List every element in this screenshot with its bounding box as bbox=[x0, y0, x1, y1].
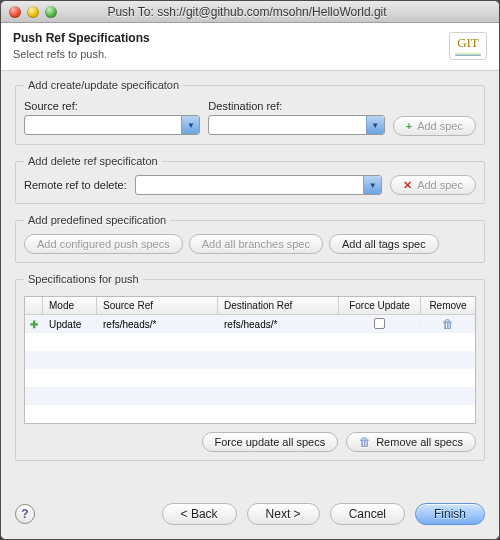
finish-button[interactable]: Finish bbox=[415, 503, 485, 525]
window-controls bbox=[9, 6, 57, 18]
cell-source: refs/heads/* bbox=[97, 319, 218, 330]
col-dest[interactable]: Destination Ref bbox=[218, 297, 339, 314]
section-predefined: Add predefined specification Add configu… bbox=[15, 214, 485, 263]
cell-force[interactable] bbox=[339, 318, 421, 331]
source-ref-combo[interactable]: ▼ bbox=[24, 115, 200, 135]
section-delete: Add delete ref specificaton Remote ref t… bbox=[15, 155, 485, 204]
remote-ref-label: Remote ref to delete: bbox=[24, 179, 127, 191]
dropdown-arrow-icon[interactable]: ▼ bbox=[363, 176, 381, 194]
zoom-window-button[interactable] bbox=[45, 6, 57, 18]
source-ref-label: Source ref: bbox=[24, 100, 200, 112]
remote-ref-input[interactable] bbox=[136, 176, 363, 194]
back-button[interactable]: < Back bbox=[162, 503, 237, 525]
add-create-spec-button[interactable]: + Add spec bbox=[393, 116, 476, 136]
next-button[interactable]: Next > bbox=[247, 503, 320, 525]
plus-icon: ✚ bbox=[30, 319, 38, 330]
dropdown-arrow-icon[interactable]: ▼ bbox=[366, 116, 384, 134]
plus-icon: + bbox=[406, 120, 412, 132]
x-icon: ✕ bbox=[403, 179, 412, 192]
trash-icon: 🗑 bbox=[359, 435, 371, 449]
col-force[interactable]: Force Update bbox=[339, 297, 421, 314]
dialog-window: Push To: ssh://git@github.com/msohn/Hell… bbox=[0, 0, 500, 540]
force-update-all-button[interactable]: Force update all specs bbox=[202, 432, 339, 452]
add-all-tags-button[interactable]: Add all tags spec bbox=[329, 234, 439, 254]
section-predef-legend: Add predefined specification bbox=[24, 214, 170, 226]
remote-ref-combo[interactable]: ▼ bbox=[135, 175, 382, 195]
col-source[interactable]: Source Ref bbox=[97, 297, 218, 314]
page-subtitle: Select refs to push. bbox=[13, 48, 150, 60]
section-create-legend: Add create/update specificaton bbox=[24, 79, 183, 91]
close-window-button[interactable] bbox=[9, 6, 21, 18]
section-specs: Specifications for push Mode Source Ref … bbox=[15, 273, 485, 461]
dest-ref-label: Destination ref: bbox=[208, 100, 384, 112]
wizard-header: Push Ref Specifications Select refs to p… bbox=[1, 23, 499, 71]
table-row[interactable]: ✚ Update refs/heads/* refs/heads/* 🗑 bbox=[25, 315, 475, 333]
add-all-branches-button[interactable]: Add all branches spec bbox=[189, 234, 323, 254]
table-body: ✚ Update refs/heads/* refs/heads/* 🗑 bbox=[25, 315, 475, 423]
add-configured-push-button[interactable]: Add configured push specs bbox=[24, 234, 183, 254]
table-header-row: Mode Source Ref Destination Ref Force Up… bbox=[25, 297, 475, 315]
cell-remove[interactable]: 🗑 bbox=[421, 317, 475, 331]
add-delete-spec-button[interactable]: ✕ Add spec bbox=[390, 175, 476, 195]
window-title: Push To: ssh://git@github.com/msohn/Hell… bbox=[63, 5, 431, 19]
dropdown-arrow-icon[interactable]: ▼ bbox=[181, 116, 199, 134]
dest-ref-input[interactable] bbox=[209, 116, 365, 134]
col-mode[interactable]: Mode bbox=[43, 297, 97, 314]
specs-table: Mode Source Ref Destination Ref Force Up… bbox=[24, 296, 476, 424]
trash-icon[interactable]: 🗑 bbox=[442, 317, 454, 331]
cell-dest: refs/heads/* bbox=[218, 319, 339, 330]
dest-ref-combo[interactable]: ▼ bbox=[208, 115, 384, 135]
force-update-checkbox[interactable] bbox=[374, 318, 385, 329]
page-title: Push Ref Specifications bbox=[13, 31, 150, 45]
section-delete-legend: Add delete ref specificaton bbox=[24, 155, 162, 167]
minimize-window-button[interactable] bbox=[27, 6, 39, 18]
source-ref-input[interactable] bbox=[25, 116, 181, 134]
remove-all-specs-button[interactable]: 🗑 Remove all specs bbox=[346, 432, 476, 452]
section-specs-legend: Specifications for push bbox=[24, 273, 143, 285]
section-create-update: Add create/update specificaton Source re… bbox=[15, 79, 485, 145]
titlebar: Push To: ssh://git@github.com/msohn/Hell… bbox=[1, 1, 499, 23]
git-logo-icon: GIT bbox=[449, 32, 487, 60]
col-remove[interactable]: Remove bbox=[421, 297, 475, 314]
cancel-button[interactable]: Cancel bbox=[330, 503, 405, 525]
help-button[interactable]: ? bbox=[15, 504, 35, 524]
wizard-footer: ? < Back Next > Cancel Finish bbox=[1, 493, 499, 539]
cell-mode: Update bbox=[43, 319, 97, 330]
